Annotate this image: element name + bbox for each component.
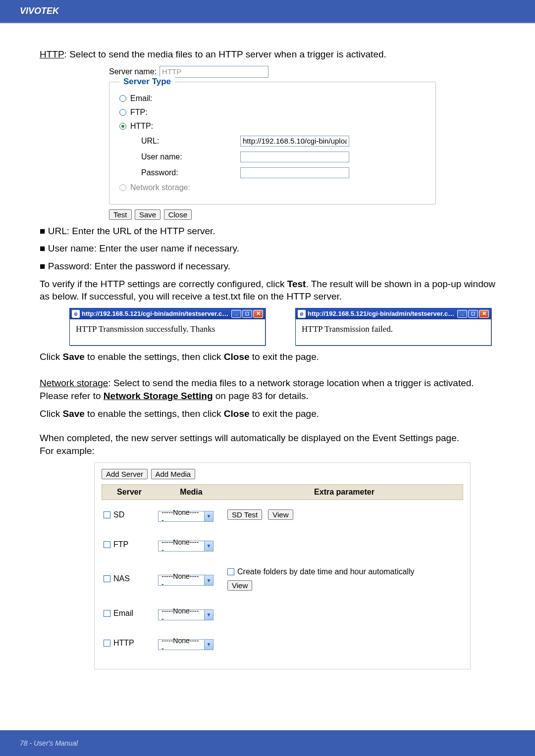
save-close-paragraph-1: Click Save to enable the settings, then … xyxy=(40,351,495,363)
hExtra: Extra parameter xyxy=(226,485,463,500)
row-http: HTTP -----None----- ▼ xyxy=(102,628,463,658)
chk-nas[interactable] xyxy=(104,575,110,582)
popup-success-titlebar: e http://192.168.5.121/cgi-bin/admin/tes… xyxy=(70,308,265,319)
sdtest-button[interactable]: SD Test xyxy=(227,509,262,520)
completed-a: When completed, the new server settings … xyxy=(40,433,459,443)
chk-sd[interactable] xyxy=(104,511,110,518)
chk-ftp[interactable] xyxy=(104,541,110,548)
completed-b: For example: xyxy=(40,446,95,456)
brand-text: VIVOTEK xyxy=(20,6,59,16)
radio-ftp[interactable] xyxy=(119,109,126,116)
sc2b: Save xyxy=(62,408,84,419)
maximize-icon[interactable] xyxy=(242,310,252,318)
chk-email[interactable] xyxy=(104,610,110,617)
hMedia: Media xyxy=(157,485,226,500)
radio-netstorage-row: Network storage: xyxy=(119,183,426,192)
ns-prefix: Network storage xyxy=(40,378,108,388)
test-button[interactable]: Test xyxy=(109,209,132,220)
row-nas-name: NAS xyxy=(113,574,130,583)
url-input[interactable] xyxy=(240,136,349,147)
sel-email-txt: -----None----- xyxy=(159,607,204,623)
intro-prefix: HTTP xyxy=(40,49,64,59)
sc1d: Close xyxy=(224,352,250,362)
radio-ftp-label: FTP: xyxy=(130,108,148,117)
evt-btns: Add Server Add Media xyxy=(102,469,463,479)
ns-link[interactable]: Network Storage Setting xyxy=(104,391,213,401)
add-server-button[interactable]: Add Server xyxy=(102,469,148,479)
radio-netstorage xyxy=(119,184,126,191)
close-icon[interactable] xyxy=(479,310,489,318)
event-settings-table: Add Server Add Media Server Media Extra … xyxy=(94,462,471,669)
chk-createfolders[interactable] xyxy=(227,568,234,575)
server-type-legend: Server Type xyxy=(119,77,175,87)
bullet-url: ■ URL: Enter the URL of the HTTP server. xyxy=(40,225,495,238)
view-button-sd[interactable]: View xyxy=(268,509,293,520)
sel-ftp[interactable]: -----None----- ▼ xyxy=(158,541,214,552)
sc2c: to enable the settings, then click xyxy=(85,408,224,419)
sel-email[interactable]: -----None----- ▼ xyxy=(158,609,214,620)
username-input[interactable] xyxy=(240,151,349,162)
sc1a: Click xyxy=(40,352,62,362)
bullet-user-text: User name: Enter the user name if necess… xyxy=(48,243,239,253)
nas-createfolders-row: Create folders by date time and hour aut… xyxy=(227,567,415,576)
radio-ftp-row[interactable]: FTP: xyxy=(119,108,426,117)
view-button-nas[interactable]: View xyxy=(227,580,252,591)
minimize-icon[interactable] xyxy=(457,310,467,318)
popup-row: e http://192.168.5.121/cgi-bin/admin/tes… xyxy=(69,308,495,346)
server-form: Server name: Server Type Email: FTP: HTT… xyxy=(109,66,436,220)
bullet-pass-text: Password: Enter the password if necessar… xyxy=(48,261,230,271)
sc2e: to exit the page. xyxy=(250,408,320,419)
intro-paragraph: HTTP: Select to send the media files to … xyxy=(40,48,495,61)
radio-http[interactable] xyxy=(119,123,126,130)
server-name-row: Server name: xyxy=(109,66,436,78)
intro-text: : Select to send the media files to an H… xyxy=(64,49,386,59)
bullet-user: ■ User name: Enter the user name if nece… xyxy=(40,242,495,255)
sel-sd[interactable]: -----None----- ▼ xyxy=(158,511,214,522)
ie-icon: e xyxy=(298,310,306,318)
row-sd: SD -----None----- ▼ SD Test View xyxy=(102,500,463,530)
bullet-url-text: URL: Enter the URL of the HTTP server. xyxy=(48,226,215,236)
chevron-down-icon: ▼ xyxy=(204,610,213,620)
save-button[interactable]: Save xyxy=(135,209,160,220)
save-close-paragraph-2: Click Save to enable the settings, then … xyxy=(40,407,495,420)
maximize-icon[interactable] xyxy=(468,310,478,318)
sc2a: Click xyxy=(40,408,62,419)
close-icon[interactable] xyxy=(253,310,263,318)
popup-success-title: http://192.168.5.121/cgi-bin/admin/tests… xyxy=(82,310,230,317)
row-sd-name: SD xyxy=(113,510,124,519)
server-name-input[interactable] xyxy=(160,66,268,78)
ns-after: on page 83 for details. xyxy=(213,391,309,401)
evt-header: Server Media Extra parameter xyxy=(102,484,463,500)
hServer: Server xyxy=(102,485,157,500)
chevron-down-icon: ▼ xyxy=(204,575,213,585)
ie-icon: e xyxy=(72,310,80,318)
sel-nas-txt: -----None----- xyxy=(159,572,204,588)
close-button[interactable]: Close xyxy=(164,209,192,220)
chk-http[interactable] xyxy=(104,640,110,647)
page-footer: 78 - User's Manual xyxy=(0,730,535,756)
radio-email-label: Email: xyxy=(130,94,152,103)
add-media-button[interactable]: Add Media xyxy=(151,469,196,479)
popup-fail-titlebar: e http://192.168.5.121/cgi-bin/admin/tes… xyxy=(296,308,491,319)
url-row: URL: xyxy=(141,136,426,147)
radio-email[interactable] xyxy=(119,95,126,102)
popup-fail-body: HTTP Transmission failed. xyxy=(296,319,491,345)
radio-http-label: HTTP: xyxy=(130,122,153,131)
sel-nas[interactable]: -----None----- ▼ xyxy=(158,575,214,586)
sc1e: to exit the page. xyxy=(250,352,320,362)
radio-email-row[interactable]: Email: xyxy=(119,94,426,103)
chevron-down-icon: ▼ xyxy=(204,640,213,650)
popup-fail: e http://192.168.5.121/cgi-bin/admin/tes… xyxy=(295,308,491,346)
popup-fail-title: http://192.168.5.121/cgi-bin/admin/tests… xyxy=(308,310,456,317)
radio-netstorage-label: Network storage: xyxy=(130,183,190,192)
popup-success-body: HTTP Transmission successfully. Thanks xyxy=(70,319,265,345)
minimize-icon[interactable] xyxy=(231,310,241,318)
verify-b: Test xyxy=(287,279,306,289)
network-storage-paragraph: Network storage: Select to send the medi… xyxy=(40,377,495,402)
page-content: HTTP: Select to send the media files to … xyxy=(0,23,535,684)
password-input[interactable] xyxy=(240,167,349,178)
radio-http-row[interactable]: HTTP: xyxy=(119,122,426,131)
sc1c: to enable the settings, then click xyxy=(85,352,224,362)
nas-createfolders-label: Create folders by date time and hour aut… xyxy=(237,567,415,576)
sel-http[interactable]: -----None----- ▼ xyxy=(158,639,214,650)
